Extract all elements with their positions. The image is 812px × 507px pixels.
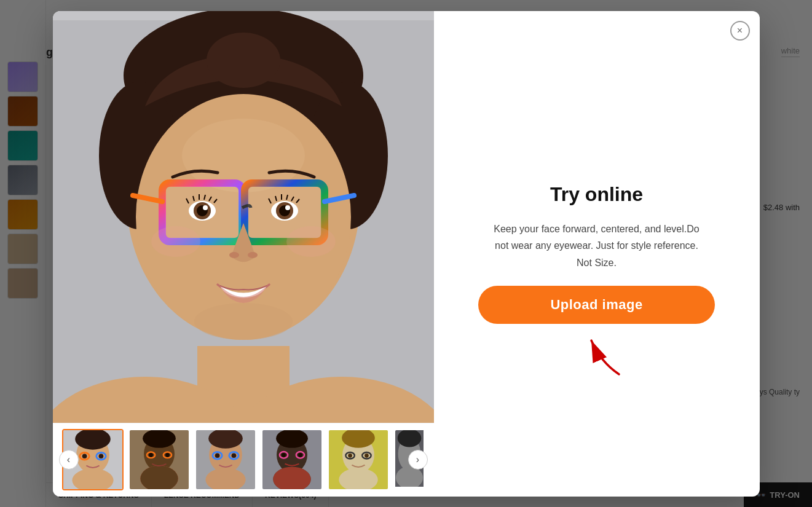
model-thumbnails: ‹ [53, 423, 434, 497]
close-icon: × [737, 25, 743, 36]
modal-content-panel: × Try online Keep your face forward, cen… [434, 11, 760, 497]
modal-description: Keep your face forward, centered, and le… [492, 221, 701, 271]
svg-point-9 [207, 33, 280, 88]
prev-icon: ‹ [67, 454, 70, 465]
svg-point-27 [286, 226, 336, 257]
svg-point-70 [365, 454, 369, 458]
svg-point-36 [98, 454, 103, 458]
upload-image-button[interactable]: Upload image [478, 286, 715, 324]
thumbnail-4[interactable] [261, 429, 323, 490]
svg-point-25 [248, 252, 258, 258]
svg-point-45 [165, 453, 170, 457]
svg-point-61 [282, 453, 286, 457]
svg-point-19 [203, 205, 208, 210]
svg-point-44 [149, 453, 153, 457]
thumbnail-2[interactable] [128, 429, 190, 490]
svg-point-23 [285, 205, 290, 210]
next-icon: › [416, 454, 419, 465]
svg-point-53 [231, 453, 236, 458]
next-button[interactable]: › [408, 450, 428, 470]
svg-point-28 [194, 303, 293, 340]
svg-point-35 [82, 454, 87, 458]
svg-point-52 [215, 453, 219, 458]
modal-image-panel: ‹ [53, 11, 434, 497]
try-online-modal: ‹ [53, 11, 760, 497]
face-display [53, 11, 434, 423]
modal-title: Try online [550, 183, 643, 206]
svg-point-62 [298, 453, 302, 457]
thumbnail-3[interactable] [195, 429, 256, 490]
arrow-svg [582, 331, 631, 380]
modal-close-button[interactable]: × [730, 21, 750, 41]
prev-button[interactable]: ‹ [59, 450, 79, 470]
svg-point-26 [151, 226, 200, 257]
svg-point-69 [348, 454, 352, 458]
thumbnail-5[interactable] [328, 429, 389, 490]
model-svg [53, 11, 434, 423]
svg-point-24 [229, 252, 239, 258]
model-image-container [53, 11, 434, 423]
arrow-indicator [582, 331, 631, 383]
